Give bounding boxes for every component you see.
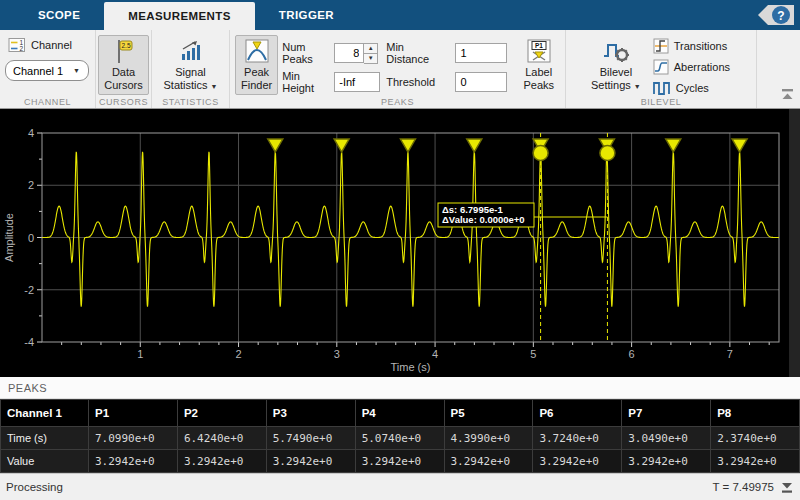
simulation-time: T = 7.49975: [713, 481, 775, 493]
peak-value-cell: 3.2942e+0: [444, 450, 533, 473]
signal-statistics-button[interactable]: Signal Statistics ▼: [157, 35, 223, 96]
tab-bar: SCOPE MEASUREMENTS TRIGGER ?: [0, 0, 800, 30]
peaks-table-header-cell: P2: [177, 400, 266, 427]
x-tick-label: 5: [530, 348, 536, 360]
channel-select-value: Channel 1: [13, 65, 63, 77]
peak-value-cell: 3.2942e+0: [711, 450, 800, 473]
scroll-to-end-button[interactable]: [780, 481, 794, 494]
bilevel-settings-icon: [602, 39, 630, 63]
peaks-panel-header[interactable]: PEAKS: [0, 377, 800, 399]
bilevel-settings-label2: Settings: [591, 79, 631, 91]
data-cursors-button[interactable]: 2.5 Data Cursors: [98, 35, 149, 95]
transitions-button[interactable]: Transitions: [649, 35, 734, 56]
peak-value-cell: 3.2942e+0: [355, 450, 444, 473]
data-cursor-handle[interactable]: [600, 146, 615, 161]
chevron-down-icon: ▼: [211, 83, 218, 90]
data-cursor-handle[interactable]: [533, 146, 548, 161]
x-tick-label: 6: [629, 348, 635, 360]
peaks-table-header-cell: P4: [355, 400, 444, 427]
bilevel-settings-button[interactable]: Bilevel Settings ▼: [585, 35, 647, 96]
plot-right-gutter: [789, 109, 800, 377]
peak-value-cell: 7.0990e+0: [89, 427, 178, 450]
peaks-table-header-cell: P6: [533, 400, 622, 427]
collapse-toolstrip-button[interactable]: [780, 88, 795, 101]
tab-scope[interactable]: SCOPE: [14, 0, 104, 30]
svg-text:2: 2: [20, 45, 24, 52]
label-peaks-icon-text: P1: [535, 42, 543, 49]
label-peaks-button[interactable]: P1 Label Peaks: [517, 35, 560, 95]
x-tick-label: 7: [727, 348, 733, 360]
scope-plot[interactable]: 1234567-4-2024Time (s)AmplitudeΔs: 6.799…: [0, 109, 800, 377]
signal-statistics-label1: Signal: [175, 66, 206, 79]
aberrations-button[interactable]: Aberrations: [649, 56, 734, 77]
label-peaks-label1: Label: [525, 66, 552, 79]
threshold-input[interactable]: [455, 72, 507, 92]
stepper-up-icon[interactable]: ▲: [364, 44, 377, 53]
cycles-button[interactable]: Cycles: [649, 77, 734, 98]
peak-value-cell: 5.7490e+0: [266, 427, 355, 450]
help-label: ?: [777, 9, 784, 23]
peak-value-cell: 5.0740e+0: [355, 427, 444, 450]
tab-trigger[interactable]: TRIGGER: [255, 0, 358, 30]
channel-icon: 1 2: [8, 37, 26, 53]
cycles-icon: [653, 81, 671, 95]
min-height-input[interactable]: [334, 72, 380, 92]
label-peaks-icon: P1: [527, 39, 551, 63]
peak-value-cell: 3.2942e+0: [533, 450, 622, 473]
aberrations-icon: [653, 59, 669, 75]
x-tick-label: 1: [137, 348, 143, 360]
ribbon-toolstrip: 1 2 Channel Channel 1 ▼ CHANNEL 2.5: [0, 30, 800, 109]
peaks-table-header-cell: P5: [444, 400, 533, 427]
stepper-down-icon[interactable]: ▼: [364, 53, 377, 63]
channel-button-label: Channel: [31, 39, 72, 51]
chevron-down-icon: ▼: [634, 83, 641, 90]
row-label: Time (s): [1, 427, 89, 450]
signal-statistics-label2: Statistics: [163, 79, 207, 91]
tab-measurements[interactable]: MEASUREMENTS: [104, 2, 255, 30]
transitions-label: Transitions: [674, 40, 727, 52]
peaks-table-header-cell: P1: [89, 400, 178, 427]
y-axis-label: Amplitude: [3, 213, 15, 262]
channel-button[interactable]: 1 2 Channel: [5, 35, 89, 55]
y-tick-label: 0: [28, 232, 34, 244]
peaks-table-wrap: Channel 1P1P2P3P4P5P6P7P8Time (s)7.0990e…: [0, 399, 800, 473]
min-distance-label: Min Distance: [386, 41, 449, 65]
group-bilevel: Bilevel Settings ▼ Transitions Aberratio…: [566, 30, 757, 108]
peaks-panel-title: PEAKS: [8, 382, 47, 394]
peak-value-cell: 4.3990e+0: [444, 427, 533, 450]
peak-value-cell: 6.4240e+0: [177, 427, 266, 450]
channel-select[interactable]: Channel 1 ▼: [5, 60, 89, 81]
data-cursors-label2: Cursors: [104, 79, 143, 92]
peak-finder-button[interactable]: Peak Finder: [235, 35, 278, 95]
data-cursors-label1: Data: [112, 66, 135, 79]
group-label-bilevel: BILEVEL: [566, 97, 756, 107]
table-row: Time (s)7.0990e+06.4240e+05.7490e+05.074…: [1, 427, 800, 450]
peak-value-cell: 3.2942e+0: [89, 450, 178, 473]
group-label-channel: CHANNEL: [0, 97, 95, 107]
y-tick-label: 2: [28, 179, 34, 191]
min-height-label: Min Height: [282, 70, 328, 94]
peak-value-cell: 3.0490e+0: [622, 427, 711, 450]
peaks-table-header-cell: P8: [711, 400, 800, 427]
num-peaks-stepper[interactable]: ▲ ▼: [364, 43, 378, 64]
x-tick-label: 4: [432, 348, 438, 360]
peaks-table-header-cell: P3: [266, 400, 355, 427]
help-button[interactable]: ?: [756, 3, 796, 27]
triangle-down-icon: [782, 483, 792, 489]
signal-statistics-icon: [179, 40, 201, 62]
num-peaks-input[interactable]: [334, 43, 364, 63]
peak-finder-label2: Finder: [241, 79, 272, 92]
peak-finder-icon: [245, 39, 269, 63]
peak-value-cell: 3.7240e+0: [533, 427, 622, 450]
bilevel-settings-label1: Bilevel: [600, 66, 632, 79]
data-cursors-icon: 2.5: [115, 38, 133, 64]
min-distance-input[interactable]: [455, 43, 507, 63]
peak-value-cell: 3.2942e+0: [266, 450, 355, 473]
group-label-cursors: CURSORS: [96, 97, 151, 107]
y-tick-label: 4: [28, 127, 34, 139]
peaks-table-header-cell: Channel 1: [1, 400, 89, 427]
plot-background: [0, 109, 800, 377]
row-label: Value: [1, 450, 89, 473]
status-bar: Processing T = 7.49975: [0, 473, 800, 500]
cursor-delta-value: ΔValue: 0.0000e+0: [442, 214, 525, 225]
